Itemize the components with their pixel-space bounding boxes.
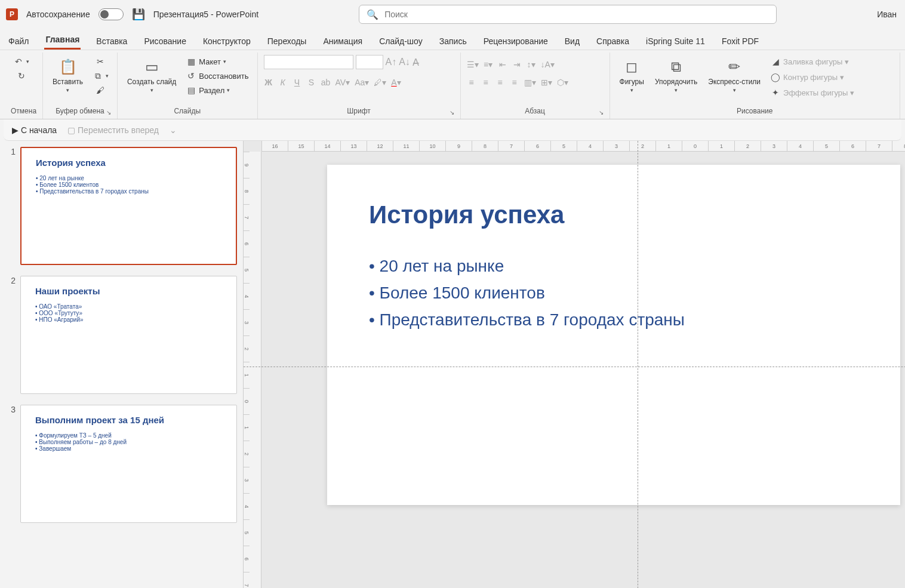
- font-name-input[interactable]: [264, 55, 353, 69]
- thumb-preview[interactable]: Выполним проект за 15 днейФормулируем ТЗ…: [20, 405, 237, 523]
- user-name[interactable]: Иван: [877, 10, 899, 19]
- tab-вставка[interactable]: Вставка: [95, 32, 128, 50]
- move-forward-button[interactable]: ▢ Переместить вперед: [67, 125, 159, 135]
- cut-icon: ✂: [95, 56, 106, 67]
- justify-button[interactable]: ≡: [510, 78, 519, 87]
- search-box[interactable]: 🔍: [359, 5, 777, 24]
- shapes-button[interactable]: ◻Фигуры▾: [616, 55, 648, 96]
- align-center-button[interactable]: ≡: [481, 78, 491, 87]
- group-paragraph: ☰▾ ≡▾ ⇤ ⇥ ↕▾ ↓A▾ ≡ ≡ ≡ ≡ ▥▾ ⊞▾ ⬡▾ Абзац↘: [461, 53, 610, 119]
- thumb-preview[interactable]: История успеха20 лет на рынкеБолее 1500 …: [20, 147, 237, 265]
- tab-анимация[interactable]: Анимация: [322, 32, 364, 50]
- save-icon[interactable]: 💾: [132, 8, 145, 21]
- group-label-undo: Отмена: [11, 106, 36, 118]
- redo-icon: ↻: [16, 70, 27, 81]
- slide-editor[interactable]: 161514131211109876543210123456789 987654…: [244, 141, 905, 588]
- cut-button[interactable]: ✂: [93, 55, 108, 68]
- section-icon: ▤: [186, 85, 196, 96]
- current-slide[interactable]: История успеха 20 лет на рынкеБолее 1500…: [327, 165, 900, 505]
- tab-рецензирование[interactable]: Рецензирование: [482, 32, 549, 50]
- highlight-button[interactable]: 🖊▾: [374, 78, 386, 87]
- reset-button[interactable]: ↺Восстановить: [183, 69, 251, 82]
- quickbar-overflow-button[interactable]: ⌄: [170, 125, 177, 135]
- decrease-indent-button[interactable]: ⇤: [498, 60, 507, 69]
- char-spacing-button[interactable]: AV▾: [335, 78, 350, 87]
- tab-конструктор[interactable]: Конструктор: [202, 32, 252, 50]
- slide-bullet[interactable]: 20 лет на рынке: [369, 253, 858, 280]
- strike-button[interactable]: S: [307, 78, 316, 87]
- increase-indent-button[interactable]: ⇥: [512, 60, 522, 69]
- align-text-button[interactable]: ⊞▾: [541, 78, 552, 87]
- undo-button[interactable]: ↶▾: [11, 55, 32, 68]
- bullets-button[interactable]: ☰▾: [467, 60, 479, 69]
- paste-button[interactable]: 📋 Вставить ▾: [49, 55, 87, 96]
- layout-button[interactable]: ▦Макет ▾: [183, 55, 229, 68]
- copy-button[interactable]: ⧉▾: [90, 69, 111, 82]
- paragraph-dialog-launcher-icon[interactable]: ↘: [599, 109, 604, 116]
- slide-thumbnail[interactable]: 1История успеха20 лет на рынкеБолее 1500…: [6, 147, 237, 265]
- line-spacing-button[interactable]: ↕▾: [527, 60, 536, 69]
- tab-переходы[interactable]: Переходы: [266, 32, 308, 50]
- quick-styles-button[interactable]: ✏Экспресс-стили▾: [704, 55, 764, 96]
- tab-слайд-шоу[interactable]: Слайд-шоу: [378, 32, 424, 50]
- clipboard-dialog-launcher-icon[interactable]: ↘: [106, 109, 111, 116]
- search-input[interactable]: [384, 10, 769, 19]
- guide-horizontal[interactable]: [244, 367, 905, 367]
- group-label-slides: Слайды: [174, 106, 201, 118]
- thumb-preview[interactable]: Наши проектыОАО «Тратата»ООО «Трутуту»НП…: [20, 276, 237, 394]
- thumb-title: Выполним проект за 15 дней: [35, 415, 222, 425]
- tab-вид[interactable]: Вид: [564, 32, 581, 50]
- guide-vertical[interactable]: [638, 141, 638, 588]
- tab-главная[interactable]: Главная: [44, 30, 81, 50]
- ribbon: ↶▾ ↻ Отмена 📋 Вставить ▾ ✂ ⧉▾ 🖌 Буфер об…: [0, 50, 905, 119]
- bold-button[interactable]: Ж: [264, 78, 273, 87]
- slide-bullet[interactable]: Более 1500 клиентов: [369, 280, 858, 307]
- main-area: 1История успеха20 лет на рынкеБолее 1500…: [0, 141, 905, 588]
- italic-button[interactable]: К: [278, 78, 288, 87]
- slide-canvas[interactable]: История успеха 20 лет на рынкеБолее 1500…: [327, 165, 900, 583]
- autosave-toggle[interactable]: [98, 8, 124, 20]
- font-size-input[interactable]: [356, 55, 383, 69]
- slide-title[interactable]: История успеха: [369, 201, 858, 229]
- shape-effects-button[interactable]: ✦Эффекты фигуры ▾: [768, 86, 857, 99]
- from-beginning-button[interactable]: ▶ С начала: [12, 125, 57, 135]
- font-color-button[interactable]: A▾: [391, 78, 401, 87]
- increase-font-button[interactable]: A↑: [386, 57, 397, 67]
- slide-thumbnail[interactable]: 2Наши проектыОАО «Тратата»ООО «Трутуту»Н…: [6, 276, 237, 394]
- smartart-button[interactable]: ⬡▾: [557, 78, 568, 87]
- copy-icon: ⧉: [93, 70, 103, 81]
- tab-ispring suite 11[interactable]: iSpring Suite 11: [645, 32, 706, 50]
- redo-button[interactable]: ↻: [14, 69, 29, 82]
- tab-запись[interactable]: Запись: [438, 32, 468, 50]
- columns-button[interactable]: ▥▾: [524, 78, 536, 87]
- format-painter-button[interactable]: 🖌: [93, 84, 108, 97]
- clear-format-button[interactable]: A̶: [413, 57, 419, 68]
- align-right-button[interactable]: ≡: [495, 78, 505, 87]
- tab-файл[interactable]: Файл: [7, 32, 30, 50]
- reset-icon: ↺: [186, 70, 196, 81]
- section-button[interactable]: ▤Раздел ▾: [183, 84, 232, 97]
- align-left-button[interactable]: ≡: [467, 78, 476, 87]
- tab-рисование[interactable]: Рисование: [143, 32, 187, 50]
- change-case-button[interactable]: Aa▾: [355, 78, 369, 87]
- group-label-paragraph: Абзац: [525, 106, 545, 118]
- group-label-font: Шрифт: [347, 106, 370, 118]
- underline-button[interactable]: Ч: [293, 78, 302, 87]
- tab-справка[interactable]: Справка: [595, 32, 630, 50]
- thumb-title: Наши проекты: [35, 286, 222, 296]
- numbering-button[interactable]: ≡▾: [484, 60, 493, 69]
- slide-bullet[interactable]: Представительства в 7 городах страны: [369, 307, 858, 334]
- new-slide-button[interactable]: ▭ Создать слайд ▾: [124, 55, 180, 96]
- shadow-button[interactable]: ab: [321, 78, 331, 87]
- font-dialog-launcher-icon[interactable]: ↘: [450, 109, 454, 116]
- shape-fill-button[interactable]: ◢Заливка фигуры ▾: [768, 55, 857, 68]
- tab-foxit pdf[interactable]: Foxit PDF: [721, 32, 760, 50]
- arrange-button[interactable]: ⧉Упорядочить▾: [651, 55, 701, 96]
- slide-thumbnail[interactable]: 3Выполним проект за 15 днейФормулируем Т…: [6, 405, 237, 523]
- shape-outline-button[interactable]: ◯Контур фигуры ▾: [768, 70, 857, 84]
- decrease-font-button[interactable]: A↓: [399, 57, 410, 67]
- text-direction-button[interactable]: ↓A▾: [541, 60, 555, 69]
- slide-content[interactable]: 20 лет на рынкеБолее 1500 клиентовПредст…: [369, 253, 858, 333]
- ribbon-tabs: ФайлГлавнаяВставкаРисованиеКонструкторПе…: [0, 29, 905, 50]
- slide-thumbnails-panel[interactable]: 1История успеха20 лет на рынкеБолее 1500…: [0, 141, 244, 588]
